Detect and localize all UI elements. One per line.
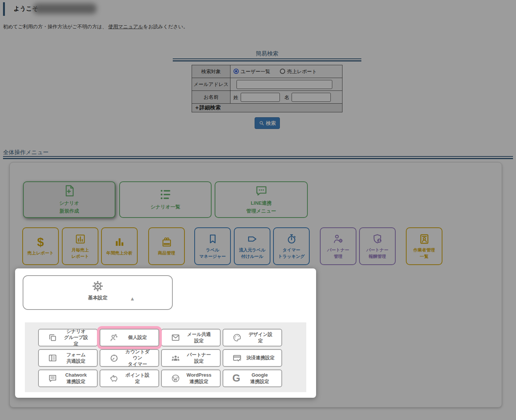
form-icon <box>48 353 57 363</box>
settings-popup: 基本設定 ▲ シナリオ グループ設定 個人設定 メール共通設定 デザイン設定 フ… <box>15 268 316 398</box>
settings-item-point[interactable]: ポイント設定 <box>100 369 159 387</box>
settings-item-label: ポイント設定 <box>123 372 156 385</box>
settings-item-personal[interactable]: 個人設定 <box>100 329 159 346</box>
countdown-timer-icon <box>109 353 119 363</box>
basic-settings-label: 基本設定 <box>88 294 108 301</box>
people-group-icon <box>171 353 180 363</box>
palette-icon <box>232 333 242 342</box>
person-gears-icon <box>109 333 119 342</box>
settings-item-wordpress[interactable]: WordPress 連携設定 <box>161 369 221 387</box>
settings-item-payment[interactable]: 決済連携設定 <box>223 349 282 367</box>
settings-item-label: 決済連携設定 <box>246 355 279 361</box>
settings-item-label: Chatwork 連携設定 <box>62 372 95 385</box>
settings-item-label: メール共通設定 <box>185 331 218 344</box>
settings-item-label: Google 連携設定 <box>245 372 279 385</box>
copy-icon <box>48 333 57 342</box>
envelope-icon <box>171 333 180 342</box>
settings-item-partner[interactable]: パートナー設定 <box>161 349 221 367</box>
settings-item-chatwork[interactable]: Chatwork 連携設定 <box>38 369 98 387</box>
piggy-bank-icon <box>109 374 119 383</box>
settings-item-label: カウントダウン タイマー <box>123 349 156 367</box>
settings-item-scenario-group[interactable]: シナリオ グループ設定 <box>38 329 98 346</box>
settings-item-label: デザイン設定 <box>246 331 279 344</box>
settings-item-google[interactable]: Google 連携設定 <box>223 369 282 387</box>
settings-item-label: フォーム 共通設定 <box>62 352 95 364</box>
settings-item-label: WordPress 連携設定 <box>185 372 218 385</box>
google-icon <box>232 374 240 383</box>
card-check-icon <box>232 353 242 363</box>
settings-item-mail-common[interactable]: メール共通設定 <box>161 329 221 346</box>
collapse-triangle-icon[interactable]: ▲ <box>130 296 135 302</box>
basic-settings-content: 基本設定 <box>23 280 172 301</box>
settings-item-label: シナリオ グループ設定 <box>62 328 95 347</box>
settings-submenu-panel: シナリオ グループ設定 個人設定 メール共通設定 デザイン設定 フォーム 共通設… <box>25 322 306 392</box>
wordpress-icon <box>171 374 180 383</box>
basic-settings-button[interactable]: 基本設定 ▲ <box>23 275 173 310</box>
settings-item-design[interactable]: デザイン設定 <box>223 329 282 346</box>
chat-lines-icon <box>48 374 57 383</box>
settings-item-label: パートナー設定 <box>185 352 218 364</box>
settings-item-form-common[interactable]: フォーム 共通設定 <box>38 349 98 367</box>
settings-item-label: 個人設定 <box>123 334 156 340</box>
gear-icon <box>91 280 104 293</box>
settings-item-countdown-timer[interactable]: カウントダウン タイマー <box>100 349 159 367</box>
